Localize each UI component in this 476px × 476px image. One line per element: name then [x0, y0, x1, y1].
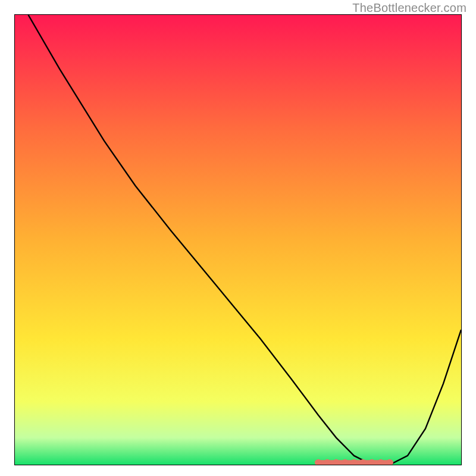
gradient-bg	[15, 15, 461, 465]
plot-area	[14, 14, 462, 465]
chart-container: TheBottlenecker.com	[0, 0, 476, 476]
flat-marker-group	[315, 459, 393, 465]
chart-svg	[15, 15, 461, 465]
watermark: TheBottlenecker.com	[352, 1, 466, 15]
